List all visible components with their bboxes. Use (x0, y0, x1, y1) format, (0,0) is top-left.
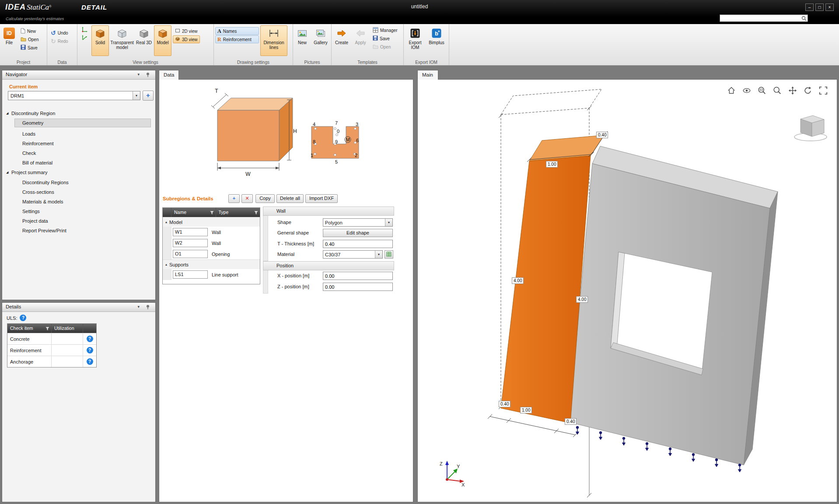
tree-item-discontinuity-regions[interactable]: Discontinuity Regions (2, 178, 155, 187)
shape-select[interactable]: Polygon ▼ (323, 218, 393, 227)
search-icon[interactable] (801, 16, 808, 21)
template-open-button[interactable]: Open (371, 43, 399, 51)
help-icon[interactable]: ? (87, 358, 93, 365)
tree-item-check[interactable]: Check (2, 149, 155, 158)
help-icon[interactable]: ? (87, 347, 93, 354)
minimize-button[interactable]: – (805, 4, 814, 11)
expand-arrow-icon[interactable]: ◢ (6, 112, 11, 115)
front-view-button[interactable] (79, 35, 90, 42)
maximize-button[interactable]: □ (815, 4, 824, 11)
tree-item-project-data[interactable]: Project data (2, 217, 155, 225)
pin-icon[interactable] (146, 72, 150, 78)
table-row-w1[interactable]: W1 Wall (163, 227, 260, 238)
expand-arrow-icon[interactable]: ◢ (6, 171, 11, 174)
tree-item-project-summary[interactable]: ◢ Project summary (2, 168, 155, 177)
name-cell[interactable]: W1 (173, 228, 208, 236)
2d-view-button[interactable]: 2D view (173, 27, 200, 35)
template-create-button[interactable]: Create (333, 25, 350, 56)
rotate-icon[interactable] (802, 85, 814, 96)
bimplus-button[interactable]: b+ Bimplus (426, 25, 447, 56)
filter-icon[interactable] (254, 210, 258, 216)
edit-shape-button[interactable]: Edit shape (323, 229, 393, 237)
help-icon[interactable]: ? (87, 336, 93, 342)
names-toggle[interactable]: A Names (215, 27, 259, 35)
model-view-button[interactable]: Model (154, 25, 171, 56)
current-item-select[interactable]: DRM1 ▼ (8, 91, 140, 100)
template-apply-button[interactable]: Apply (352, 25, 369, 56)
tree-item-reinforcement[interactable]: Reinforcement (2, 139, 155, 148)
collapse-panel-icon[interactable]: ▾ (137, 72, 140, 77)
z-position-input[interactable] (323, 283, 393, 291)
search-box[interactable] (720, 14, 808, 22)
fit-view-icon[interactable] (818, 85, 829, 96)
undo-button[interactable]: ↺ Undo (49, 29, 70, 37)
template-manager-button[interactable]: Manager (371, 26, 399, 34)
chevron-down-icon[interactable]: ▼ (385, 219, 392, 226)
filter-icon[interactable] (210, 210, 214, 216)
axonometry-button[interactable] (79, 26, 90, 34)
x-position-input[interactable] (323, 272, 393, 280)
group-row-model[interactable]: ▴ Model (163, 217, 260, 227)
add-region-button[interactable]: + (143, 91, 154, 101)
add-subregion-button[interactable]: + (228, 194, 240, 203)
tree-item-loads[interactable]: Loads (2, 130, 155, 138)
delete-subregion-button[interactable]: ✕ (241, 194, 253, 203)
reinforcement-toggle[interactable]: R Reinforcement (215, 35, 259, 43)
tab-data[interactable]: Data (159, 70, 179, 80)
file-button[interactable]: ID File (1, 25, 17, 56)
name-cell[interactable]: O1 (173, 250, 208, 258)
collapse-panel-icon[interactable]: ▾ (137, 304, 140, 309)
name-cell[interactable]: LS1 (173, 270, 208, 279)
table-row-anchorage[interactable]: Anchorage ? (7, 356, 96, 367)
home-view-button[interactable] (726, 85, 737, 96)
pan-icon[interactable] (787, 85, 798, 96)
filter-icon[interactable] (45, 326, 49, 332)
collapse-group-icon[interactable]: ▴ (165, 220, 167, 224)
close-button[interactable]: × (825, 4, 834, 11)
tree-item-report-preview-print[interactable]: Report Preview/Print (2, 226, 155, 235)
solid-view-button[interactable]: Solid (91, 25, 109, 56)
template-save-button[interactable]: Save (371, 35, 399, 42)
zoom-icon[interactable] (772, 85, 783, 96)
picture-new-button[interactable]: New (294, 25, 310, 56)
real-3d-button[interactable]: Real 3D (135, 25, 153, 56)
chevron-down-icon[interactable]: ▼ (375, 251, 382, 258)
delete-all-button[interactable]: Delete all (276, 194, 304, 203)
tree-item-materials-models[interactable]: Materials & models (2, 197, 155, 206)
save-button[interactable]: Save (18, 44, 41, 52)
material-select[interactable]: C30/37 ▼ (323, 250, 383, 259)
copy-button[interactable]: Copy (255, 194, 275, 203)
table-row-reinforcement[interactable]: Reinforcement ? (7, 344, 96, 356)
3d-view-button[interactable]: 3D view (173, 35, 200, 43)
navigation-cube[interactable] (794, 116, 827, 141)
thickness-input[interactable] (323, 240, 393, 248)
zoom-window-icon[interactable] (756, 85, 768, 96)
chevron-down-icon[interactable]: ▼ (133, 91, 140, 100)
transparent-model-button[interactable]: Transparent model (110, 25, 134, 56)
new-button[interactable]: New (18, 27, 41, 35)
wall-group-header[interactable]: Wall (263, 206, 394, 216)
view-mode-icon[interactable] (741, 85, 752, 96)
table-row-concrete[interactable]: Concrete ? (7, 333, 96, 344)
tree-item-settings[interactable]: Settings (2, 207, 155, 216)
group-row-supports[interactable]: ▴ Supports (163, 259, 260, 269)
help-icon[interactable]: ? (20, 315, 26, 321)
dimension-lines-button[interactable]: Dimension lines (260, 25, 287, 56)
position-group-header[interactable]: Position (263, 261, 394, 270)
import-dxf-button[interactable]: Import DXF (305, 194, 338, 203)
table-row-ls1[interactable]: LS1 Line support (163, 269, 260, 280)
tree-item-cross-sections[interactable]: Cross-sections (2, 188, 155, 196)
tab-main[interactable]: Main (417, 70, 438, 80)
tree-item-geometry[interactable]: Geometry (14, 119, 151, 127)
tree-item-bill-of-material[interactable]: Bill of material (2, 158, 155, 167)
search-input[interactable] (720, 15, 801, 21)
name-cell[interactable]: W2 (173, 239, 208, 247)
redo-button[interactable]: ↻ Redo (49, 37, 70, 45)
tree-item-discontinuity-region[interactable]: ◢ Discontinuity Region (2, 109, 155, 118)
gallery-button[interactable]: Gallery (311, 25, 330, 56)
open-button[interactable]: Open (18, 35, 41, 43)
table-row-w2[interactable]: W2 Wall (163, 238, 260, 248)
table-row-o1[interactable]: O1 Opening (163, 248, 260, 259)
material-library-button[interactable] (385, 250, 393, 259)
collapse-group-icon[interactable]: ▴ (165, 262, 167, 266)
